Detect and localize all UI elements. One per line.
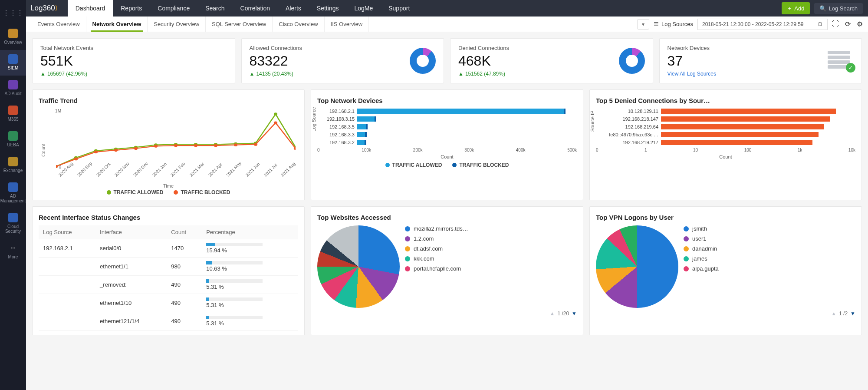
donut-allowed: [410, 48, 436, 74]
sub-tabs-list: Events OverviewNetwork OverviewSecurity …: [31, 17, 369, 32]
websites-pager[interactable]: ▲1 /20▼: [317, 311, 577, 317]
subtab-iis-overview[interactable]: IIS Overview: [325, 17, 369, 32]
bar-row: 192.168.219.217: [665, 140, 855, 145]
bar-row: 192.168.3.15: [361, 116, 577, 122]
dots-icon: ⋯: [8, 243, 18, 253]
grid-icon: ⋮⋮⋮: [8, 8, 18, 17]
topnav-logme[interactable]: LogMe: [346, 0, 381, 17]
svg-point-22: [234, 143, 237, 146]
vpn-pager[interactable]: ▲1 /2▼: [596, 311, 855, 317]
legend: TRAFFIC ALLOWED TRAFFIC BLOCKED: [317, 162, 577, 168]
page-next-icon[interactable]: ▼: [850, 311, 855, 317]
svg-point-24: [274, 121, 277, 124]
svg-point-14: [74, 158, 78, 161]
date-range-picker[interactable]: 2018-05-21 12:30:00 - 2022-05-22 12:29:5…: [697, 19, 828, 30]
rail-siem[interactable]: SIEM: [0, 50, 26, 76]
legend-item: jsmith: [684, 225, 719, 232]
refresh-icon[interactable]: ⟳: [845, 20, 851, 28]
log-search-button[interactable]: 🔍Log Search: [814, 3, 863, 14]
cloud-icon: [8, 213, 18, 222]
log-sources-button[interactable]: ☰Log Sources: [654, 21, 693, 27]
subtab-events-overview[interactable]: Events Overview: [31, 17, 86, 32]
table-row: ethernet121/1/44905.31 %: [39, 312, 298, 331]
top-denied-chart: 10.128.129.11192.168.218.147192.168.219.…: [665, 109, 855, 145]
stat-denied: Denied Connections 468K ▲ 151562 (47.89%…: [450, 38, 653, 83]
page-prev-icon[interactable]: ▲: [550, 311, 555, 317]
bar-row: 192.168.3.5: [361, 124, 577, 129]
rail-overview[interactable]: Overview: [0, 24, 26, 50]
bar-row: 192.168.3.2: [361, 140, 577, 145]
svg-point-15: [94, 150, 98, 153]
panel-top-websites: Top Websites Accessed mozilla2.mirrors.t…: [311, 206, 583, 335]
search-icon: 🔍: [819, 5, 826, 12]
page-next-icon[interactable]: ▼: [572, 311, 577, 317]
page-prev-icon[interactable]: ▲: [831, 311, 836, 317]
traffic-trend-chart: Count 1M0 2020 Aug2020 Sep2020 Oct2020 N…: [39, 109, 298, 187]
content: Total Network Events 551K ▲ 165697 (42.9…: [26, 32, 868, 390]
panel-top-denied: Top 5 Denied Connections by Sour… Source…: [589, 89, 862, 200]
rail-apps[interactable]: ⋮⋮⋮: [0, 3, 26, 24]
sub-tabs: Events OverviewNetwork OverviewSecurity …: [26, 17, 868, 32]
websites-pie-chart: [317, 225, 400, 308]
donut-denied: [619, 48, 645, 74]
stat-value: 83322: [250, 53, 302, 69]
check-icon: ✓: [846, 63, 855, 73]
table-row: 192.168.2.1serial0/0147015.94 %: [39, 239, 298, 258]
topnav-dashboard[interactable]: Dashboard: [68, 0, 113, 17]
subtab-sql-server-overview[interactable]: SQL Server Overview: [206, 17, 273, 32]
topnav-search[interactable]: Search: [197, 0, 232, 17]
add-button[interactable]: ＋Add: [782, 2, 809, 14]
top-bar: Log360⟯ DashboardReportsComplianceSearch…: [26, 0, 868, 17]
brand-arc-icon: ⟯: [55, 4, 59, 13]
rail-ad-management[interactable]: AD Management: [0, 178, 26, 208]
stat-label: Denied Connections: [458, 45, 509, 51]
subtab-network-overview[interactable]: Network Overview: [86, 17, 148, 32]
table-header: Interface: [95, 225, 167, 239]
panel-title: Top VPN Logons by User: [596, 214, 855, 221]
rail-cloud-security[interactable]: Cloud Security: [0, 208, 26, 239]
rail-exchange[interactable]: Exchange: [0, 152, 26, 178]
legend-item: alpa.gupta: [684, 265, 719, 272]
table-row: _removed:4905.31 %: [39, 276, 298, 294]
date-range-text: 2018-05-21 12:30:00 - 2022-05-22 12:29:5…: [702, 21, 804, 27]
panel-interface-status: Recent Interface Status Changes Log Sour…: [32, 206, 305, 335]
top-devices-chart: 192.168.2.1192.168.3.15192.168.3.5192.16…: [361, 109, 577, 145]
plus-icon: ＋: [787, 4, 792, 12]
legend-item: user1: [684, 235, 719, 242]
view-all-sources-link[interactable]: View All Log Sources: [667, 71, 717, 77]
panel-title: Top Websites Accessed: [317, 214, 577, 221]
topnav-compliance[interactable]: Compliance: [150, 0, 197, 17]
legend-item: dt.adsf.com: [405, 245, 468, 252]
x-axis-label: Count: [596, 154, 855, 159]
rail-more[interactable]: ⋯More: [0, 239, 26, 264]
dot-icon: [385, 163, 390, 167]
bar-row: 192.168.219.64: [665, 124, 855, 129]
gear-icon[interactable]: ⚙: [857, 20, 863, 28]
websites-legend: mozilla2.mirrors.tds…1.2.comdt.adsf.comk…: [405, 225, 468, 272]
svg-point-21: [214, 144, 217, 147]
dot-icon: [107, 190, 111, 195]
stat-label: Network Devices: [667, 45, 717, 51]
rail-ad-audit[interactable]: AD Audit: [0, 76, 26, 101]
add-button-label: Add: [794, 5, 804, 12]
y-axis-label: Log Source: [311, 107, 316, 131]
subtab-cisco-overview[interactable]: Cisco Overview: [273, 17, 324, 32]
topnav-support[interactable]: Support: [381, 0, 418, 17]
topnav-reports[interactable]: Reports: [113, 0, 150, 17]
rail-m365[interactable]: M365: [0, 101, 26, 127]
rail-ueba[interactable]: UEBA: [0, 127, 26, 152]
subtab-security-overview[interactable]: Security Overview: [148, 17, 206, 32]
topnav-settings[interactable]: Settings: [309, 0, 347, 17]
fullscreen-icon[interactable]: ⛶: [832, 20, 839, 28]
topnav-alerts[interactable]: Alerts: [278, 0, 309, 17]
table-row: ethernet1/104905.31 %: [39, 294, 298, 312]
dot-icon: [174, 190, 178, 195]
subtab-more-dropdown[interactable]: ▾: [637, 19, 649, 30]
topnav-correlation[interactable]: Correlation: [233, 0, 278, 17]
stat-allowed: Allowed Connections 83322 ▲ 14135 (20.43…: [241, 38, 444, 83]
stat-cards: Total Network Events 551K ▲ 165697 (42.9…: [32, 38, 862, 83]
table-header: Log Source: [39, 225, 95, 239]
dot-icon: [452, 163, 457, 167]
stat-value: 468K: [458, 53, 509, 69]
left-rail: ⋮⋮⋮ OverviewSIEMAD AuditM365UEBAExchange…: [0, 0, 26, 390]
